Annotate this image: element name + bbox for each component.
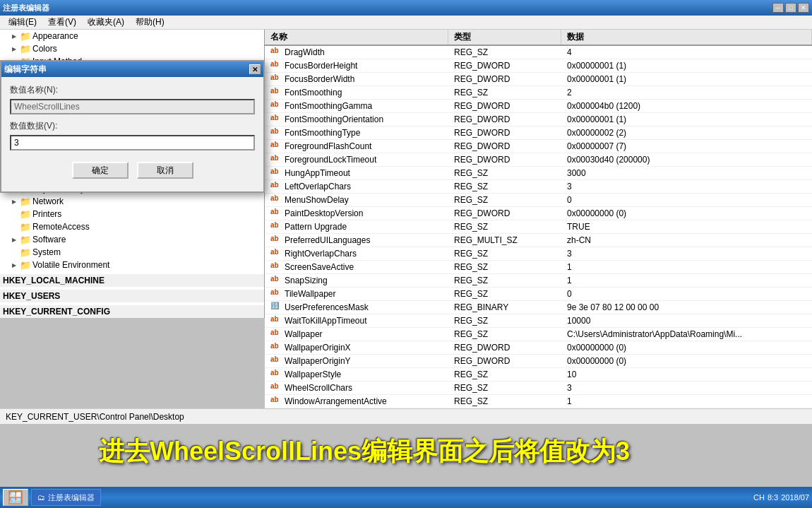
dialog-close-button[interactable]: ✕ bbox=[249, 64, 261, 74]
dialog-buttons: 确定 取消 bbox=[10, 162, 255, 184]
dialog-title-bar: 编辑字符串 ✕ bbox=[1, 61, 263, 77]
dialog-data-label: 数值数据(V): bbox=[10, 120, 255, 132]
dialog-name-input[interactable] bbox=[10, 99, 255, 114]
dialog-title-text: 编辑字符串 bbox=[4, 64, 47, 76]
edit-string-dialog: 编辑字符串 ✕ 数值名称(N): 数值数据(V): 确定 取消 bbox=[0, 60, 265, 193]
dialog-body: 数值名称(N): 数值数据(V): 确定 取消 bbox=[1, 77, 263, 191]
dialog-overlay: 编辑字符串 ✕ 数值名称(N): 数值数据(V): 确定 取消 bbox=[0, 0, 812, 508]
dialog-ok-button[interactable]: 确定 bbox=[72, 162, 129, 179]
dialog-name-label: 数值名称(N): bbox=[10, 84, 255, 96]
dialog-cancel-button[interactable]: 取消 bbox=[137, 162, 193, 179]
dialog-data-input[interactable] bbox=[10, 135, 255, 150]
